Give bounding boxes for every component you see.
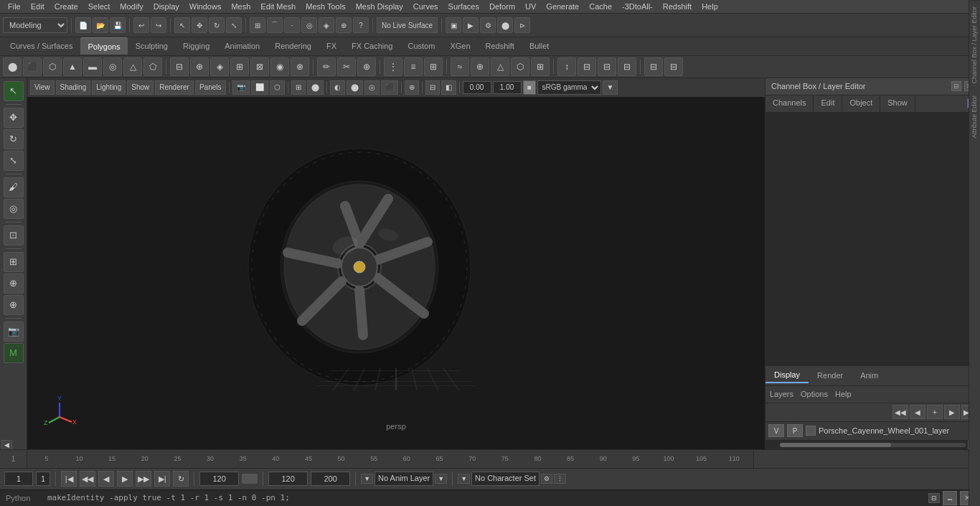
icon-uv-straighten[interactable]: ⊟ — [598, 57, 616, 76]
icon-remesh[interactable]: ⬡ — [511, 57, 529, 76]
scrollbar-track[interactable] — [780, 443, 966, 447]
menu-generate[interactable]: Generate — [541, 1, 584, 12]
magnet-btn[interactable]: ? — [353, 17, 369, 33]
anim-layer-settings[interactable]: ▼ — [435, 474, 447, 484]
vp-lighting-high[interactable]: ⬤ — [347, 80, 363, 95]
playback-prev-frame[interactable]: ◀ — [98, 471, 114, 487]
scale-tool-btn[interactable]: ⤡ — [226, 17, 242, 33]
vp-wireframe-btn[interactable]: ⊞ — [291, 80, 306, 95]
layer-playback-btn[interactable]: P — [787, 424, 803, 437]
icon-uv-cut[interactable]: ⊟ — [618, 57, 636, 76]
snap-point-btn[interactable]: · — [284, 17, 300, 33]
vp-gate-mask-btn[interactable]: ◧ — [441, 80, 456, 95]
anim-layer-down[interactable]: ▼ — [361, 474, 373, 484]
paint-btn[interactable]: 🖌 — [4, 177, 24, 197]
select-mode-btn[interactable]: ↖ — [4, 81, 24, 101]
icon-crease[interactable]: ≡ — [404, 57, 423, 76]
icon-pyramid[interactable]: ⬠ — [143, 57, 162, 76]
le-tab-display[interactable]: Display — [765, 367, 809, 383]
cb-tab-show[interactable]: Show — [880, 95, 915, 112]
save-file-btn[interactable]: 💾 — [110, 17, 126, 33]
timeline-ruler[interactable]: 5 10 15 20 25 30 35 40 45 50 55 60 65 70… — [27, 450, 753, 468]
tab-polygons[interactable]: Polygons — [80, 37, 127, 55]
menu-help[interactable]: Help — [697, 1, 723, 12]
menu-uv[interactable]: UV — [520, 1, 541, 12]
move-tool-btn[interactable]: ✥ — [192, 17, 207, 33]
frame-start-input[interactable] — [4, 472, 33, 486]
attribute-editor-side-tab[interactable]: Attribute Editor — [969, 90, 980, 144]
icon-uv-layout[interactable]: ⊟ — [578, 57, 596, 76]
live-surface-btn[interactable]: No Live Surface — [377, 17, 438, 33]
vp-smooth-btn[interactable]: ⬤ — [307, 80, 324, 95]
vp-color-swatch[interactable]: ■ — [523, 80, 536, 95]
playback-prev-key[interactable]: ◀◀ — [80, 471, 95, 487]
char-set-select[interactable]: No Character Set — [471, 472, 540, 486]
vp-camera-value[interactable] — [463, 81, 491, 94]
icon-extrude[interactable]: ⊕ — [190, 57, 209, 76]
python-expand-btn[interactable]: ⊟ — [928, 493, 940, 503]
vp-lighting-low[interactable]: ◐ — [330, 80, 345, 95]
playback-next-frame[interactable]: ▶▶ — [136, 471, 151, 487]
menu-edit-mesh[interactable]: Edit Mesh — [255, 1, 301, 12]
menu-display[interactable]: Display — [149, 1, 184, 12]
le-option-help[interactable]: Help — [835, 390, 852, 398]
icon-split[interactable]: ⊞ — [424, 57, 443, 76]
icon-smooth[interactable]: ≈ — [451, 57, 469, 76]
render-btn[interactable]: ▶ — [463, 17, 479, 33]
snap-settings-btn[interactable]: ⊕ — [4, 273, 24, 294]
scale-mode-btn[interactable]: ⤡ — [4, 151, 24, 171]
tab-curves-surfaces[interactable]: Curves / Surfaces — [3, 37, 80, 55]
undo-btn[interactable]: ↩ — [133, 17, 149, 33]
cb-tab-channels[interactable]: Channels — [765, 95, 814, 112]
menu-deform[interactable]: Deform — [484, 1, 520, 12]
vp-gamma-select[interactable]: sRGB gamma — [537, 80, 601, 95]
tab-animation[interactable]: Animation — [217, 37, 267, 55]
render-region-btn[interactable]: ▣ — [446, 17, 461, 33]
icon-merge[interactable]: ◈ — [210, 57, 229, 76]
snap-curve-btn[interactable]: ⌒ — [267, 17, 283, 33]
tab-redshift[interactable]: Redshift — [479, 37, 522, 55]
marquee-btn[interactable]: ⊡ — [4, 225, 24, 245]
icon-fill-hole[interactable]: ◉ — [270, 57, 289, 76]
icon-symmetry[interactable]: ⊟ — [644, 57, 663, 76]
vp-show-menu[interactable]: Show — [127, 80, 154, 95]
tab-custom[interactable]: Custom — [401, 37, 443, 55]
snap-view-btn[interactable]: ◎ — [301, 17, 317, 33]
icon-bridge[interactable]: ⊠ — [250, 57, 269, 76]
menu-modify[interactable]: Modify — [115, 1, 148, 12]
vp-filmgate-btn[interactable]: ⬜ — [251, 80, 268, 95]
vp-hud-btn[interactable]: ⊟ — [425, 80, 440, 95]
snap-surface-btn[interactable]: ◈ — [319, 17, 334, 33]
menu-surfaces[interactable]: Surfaces — [443, 1, 484, 12]
tab-rigging[interactable]: Rigging — [176, 37, 217, 55]
menu-curves[interactable]: Curves — [408, 1, 443, 12]
render-seq-btn[interactable]: ⊳ — [514, 17, 530, 33]
cb-tab-object[interactable]: Object — [842, 95, 880, 112]
snap-toggle-btn[interactable]: ⊕ — [336, 17, 352, 33]
vp-shading-menu[interactable]: Shading — [56, 80, 91, 95]
anim-layer-select[interactable]: No Anim Layer — [374, 472, 433, 486]
range-handle[interactable] — [242, 474, 258, 484]
menu-redshift[interactable]: Redshift — [658, 1, 697, 12]
panel-float-btn[interactable]: ⊟ — [951, 81, 961, 91]
tab-fx-caching[interactable]: FX Caching — [344, 37, 400, 55]
range-end-input[interactable] — [199, 472, 239, 486]
scrollbar-thumb[interactable] — [780, 443, 891, 447]
le-tab-render[interactable]: Render — [809, 368, 852, 383]
rotate-tool-btn[interactable]: ↻ — [209, 17, 225, 33]
icon-prism[interactable]: △ — [123, 57, 142, 76]
icon-subdiv[interactable]: ⊕ — [471, 57, 489, 76]
ipr-btn[interactable]: ⬤ — [497, 17, 513, 33]
viewport[interactable]: View Shading Lighting Show Renderer Pane… — [27, 78, 765, 449]
icon-polycut[interactable]: ✂ — [337, 57, 356, 76]
playback-go-start[interactable]: |◀ — [61, 471, 77, 487]
tab-rendering[interactable]: Rendering — [268, 37, 319, 55]
le-prev-btn[interactable]: ◀◀ — [892, 405, 908, 419]
vp-lighting-menu[interactable]: Lighting — [92, 80, 126, 95]
anim-end-input[interactable] — [268, 472, 308, 486]
channel-box-side-tab[interactable]: Channel Box / Layer Editor — [969, 0, 980, 90]
camera-bookmark-btn[interactable]: 📷 — [4, 322, 24, 342]
icon-cylinder[interactable]: ⬡ — [43, 57, 62, 76]
char-set-more[interactable]: ⋮ — [554, 474, 566, 484]
scroll-left-btn[interactable]: ◀ — [1, 440, 12, 450]
